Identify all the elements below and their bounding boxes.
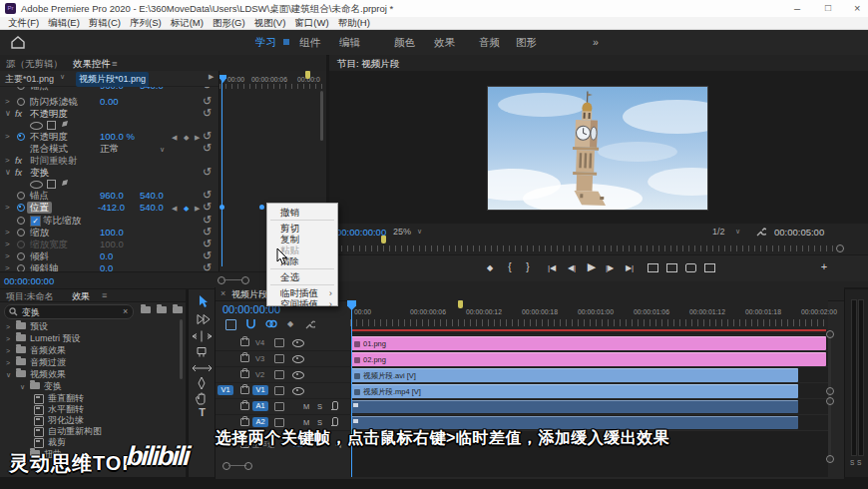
menu-item-temporal-interpolation[interactable]: 临时插值› (267, 287, 337, 298)
reset-button[interactable]: ↺ (203, 142, 212, 154)
menu-view[interactable]: 视图(V) (254, 17, 286, 30)
voiceover-mic-icon[interactable] (332, 401, 338, 410)
keyframe-dot[interactable] (259, 205, 264, 210)
sync-lock-icon[interactable] (274, 418, 284, 427)
maximize-button[interactable]: □ (825, 2, 831, 13)
expand-caret[interactable]: > (5, 239, 10, 250)
stopwatch-icon[interactable] (17, 229, 25, 237)
audio-clip-a1[interactable] (351, 400, 798, 413)
sync-lock-icon[interactable] (274, 338, 284, 347)
reset-button[interactable]: ↺ (203, 214, 212, 226)
ripple-edit-tool[interactable] (189, 328, 216, 344)
source-patch-v1[interactable]: V1 (217, 385, 233, 395)
tree-item-auto-reframe[interactable]: 自动重新构图 (0, 426, 186, 437)
lock-icon[interactable] (240, 386, 249, 394)
voiceover-mic-icon[interactable] (332, 417, 338, 426)
expand-caret[interactable]: > (5, 96, 10, 108)
clip-video-mp4[interactable]: 视频片段.mp4 [V] (351, 384, 798, 398)
mark-in-button[interactable]: { (504, 260, 516, 274)
step-forward-button[interactable]: |▶ (602, 261, 618, 275)
ec-playhead-line[interactable] (221, 77, 222, 266)
add-keyframe-button[interactable]: ◆ (184, 203, 189, 215)
timeline-settings-wrench-icon[interactable] (305, 319, 315, 329)
expand-caret[interactable]: > (5, 155, 10, 167)
pen-tool[interactable] (189, 375, 216, 391)
step-back-button[interactable]: ◀| (564, 261, 580, 275)
ec-vertical-scrollbar[interactable] (320, 91, 323, 141)
menu-edit[interactable]: 编辑(E) (48, 17, 80, 30)
comparison-view-button[interactable] (704, 263, 715, 272)
ellipse-mask-icon[interactable] (30, 181, 43, 189)
menu-item-select-all[interactable]: 全选 (267, 271, 337, 282)
playback-resolution-select[interactable]: 1/2 (712, 227, 725, 237)
nest-sequence-icon[interactable] (225, 319, 236, 330)
menu-item-copy[interactable]: 复制 (267, 234, 337, 244)
tree-item-video-effects[interactable]: ∨视频效果 (0, 369, 186, 380)
next-keyframe-button[interactable]: ▶ (195, 203, 200, 215)
stopwatch-icon[interactable] (17, 204, 25, 212)
chevron-down-icon[interactable]: ∨ (60, 73, 65, 81)
mute-button[interactable]: M (303, 418, 309, 427)
reset-button[interactable]: ↺ (203, 249, 212, 261)
mute-button[interactable]: M (303, 402, 309, 411)
stopwatch-icon[interactable] (17, 264, 25, 271)
timeline-zoom-handle-right[interactable] (244, 462, 252, 470)
sequence-marker-icon[interactable] (458, 300, 463, 308)
tree-item-audio-transitions[interactable]: >音频过渡 (0, 357, 186, 368)
menu-markers[interactable]: 标记(M) (171, 17, 204, 30)
reset-button[interactable]: ↺ (203, 95, 212, 107)
clip-marker-icon[interactable] (305, 71, 310, 79)
expand-caret[interactable]: > (5, 262, 10, 271)
tree-item-lumetri-presets[interactable]: >Lumetri 预设 (0, 333, 186, 344)
reset-button[interactable]: ↺ (203, 189, 212, 201)
panel-menu-icon[interactable]: ≡ (393, 58, 399, 69)
workspace-tab-graphics[interactable]: 图形 (516, 36, 537, 50)
workspace-tab-assembly[interactable]: 组件 (299, 36, 320, 50)
toggle-track-output-icon[interactable] (292, 339, 304, 347)
ec-play-toggle-icon[interactable]: ▶ (209, 73, 214, 81)
new-custom-bin-icon[interactable] (141, 306, 151, 313)
reset-button[interactable]: ↺ (203, 130, 212, 142)
lift-button[interactable] (648, 263, 658, 272)
tree-item-feather-edges[interactable]: 羽化边缘 (0, 415, 186, 426)
stopwatch-icon[interactable] (17, 252, 25, 260)
workspace-overflow-chevron[interactable]: » (593, 36, 599, 48)
settings-wrench-icon[interactable] (756, 227, 766, 237)
toggle-track-output-icon[interactable] (292, 387, 304, 395)
export-frame-button[interactable] (685, 263, 696, 272)
solo-button[interactable]: S (317, 402, 322, 411)
minimize-button[interactable]: – (794, 2, 800, 14)
program-ruler[interactable] (335, 245, 834, 251)
scroll-handle[interactable] (826, 397, 834, 405)
menu-window[interactable]: 窗口(W) (294, 17, 328, 30)
zoom-handle-right[interactable] (241, 276, 249, 284)
razor-tool[interactable] (189, 344, 216, 360)
menu-item-cut[interactable]: 剪切 (267, 223, 337, 234)
expand-caret[interactable]: > (5, 202, 10, 214)
menu-item-undo[interactable]: 撤销 (267, 207, 337, 218)
chevron-down-icon[interactable]: ∨ (417, 228, 422, 236)
zoom-handle-left[interactable] (217, 276, 225, 284)
lock-icon[interactable] (240, 418, 249, 426)
program-zoom-handle[interactable] (836, 244, 844, 252)
new-bin-icon[interactable] (173, 306, 183, 313)
sequence-clip-name[interactable]: 视频片段*01.png (76, 72, 149, 87)
clip-video-avi[interactable]: 视频片段.avi [V] (351, 368, 798, 382)
workspace-tab-color[interactable]: 颜色 (394, 36, 415, 50)
add-marker-icon[interactable]: ◆ (287, 319, 293, 328)
workspace-tab-audio[interactable]: 音频 (479, 36, 500, 50)
menu-graphics[interactable]: 图形(G) (213, 17, 245, 30)
track-target-v1[interactable]: V1 (252, 385, 268, 395)
tree-item-horizontal-flip[interactable]: 水平翻转 (0, 404, 186, 415)
lock-icon[interactable] (240, 338, 249, 346)
workspace-tab-editing[interactable]: 编辑 (339, 36, 360, 50)
reset-button[interactable]: ↺ (203, 166, 212, 178)
toggle-track-output-icon[interactable] (292, 371, 304, 379)
reset-button[interactable]: ↺ (203, 238, 212, 249)
pen-mask-icon[interactable] (62, 121, 68, 127)
chevron-down-icon[interactable]: ∨ (735, 228, 740, 236)
timeline-zoom-handle-left[interactable] (222, 462, 230, 470)
scroll-handle[interactable] (826, 330, 834, 338)
go-to-in-button[interactable]: |◀ (544, 261, 560, 275)
reset-button[interactable]: ↺ (203, 107, 212, 119)
